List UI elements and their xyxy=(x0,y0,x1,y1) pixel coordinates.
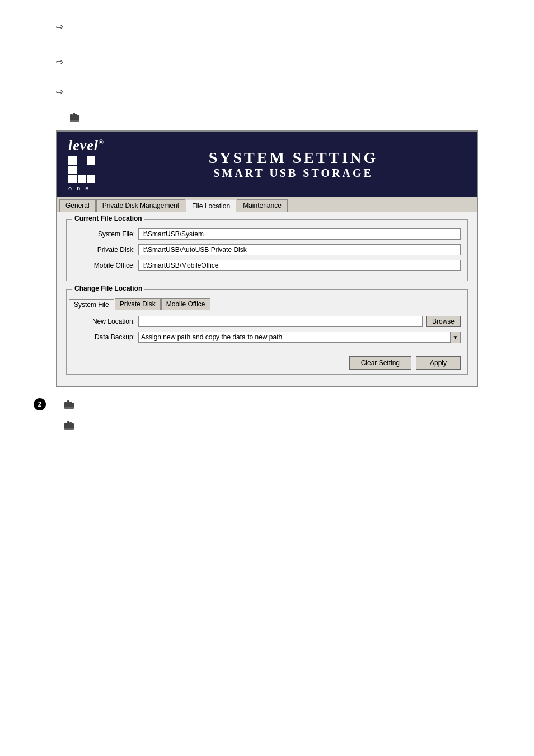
logo-cell-9 xyxy=(87,175,95,183)
svg-rect-11 xyxy=(67,421,69,429)
arrow-bullet-2: ⇨ xyxy=(11,52,523,71)
logo-area: level® o n e xyxy=(68,137,104,192)
page-wrapper: ⇨ ⇨ ⇨ level® xyxy=(0,11,534,443)
apply-button[interactable]: Apply xyxy=(416,356,461,370)
logo-cell-4 xyxy=(68,166,77,174)
dialog-title-main: System Setting xyxy=(121,149,466,167)
private-disk-value: I:\SmartUSB\AutoUSB Private Disk xyxy=(138,244,461,255)
arrow-bullet-3: ⇨ xyxy=(11,82,523,100)
tab-file-location[interactable]: File Location xyxy=(186,200,236,212)
current-file-location-section: Current File Location System File: I:\Sm… xyxy=(66,219,468,281)
mobile-office-row: Mobile Office: I:\SmartUSB\MobileOffice xyxy=(73,260,461,271)
svg-rect-1 xyxy=(73,113,75,121)
title-area: System Setting Smart USB Storage xyxy=(121,149,466,180)
arrow-icon-1: ⇨ xyxy=(56,21,63,32)
new-location-row: New Location: Browse xyxy=(73,316,461,327)
change-tabs-row: System File Private Disk Mobile Office xyxy=(67,296,467,310)
change-file-location-title: Change File Location xyxy=(72,284,144,292)
change-tab-private-disk[interactable]: Private Disk xyxy=(115,298,161,310)
click-icon-bottom-1 xyxy=(63,398,76,414)
new-location-label: New Location: xyxy=(73,318,135,325)
data-backup-label: Data Backup: xyxy=(73,333,135,341)
change-tab-mobile-office[interactable]: Mobile Office xyxy=(161,298,210,310)
arrow-icon-3: ⇨ xyxy=(56,86,63,97)
private-disk-label: Private Disk: xyxy=(73,246,135,254)
system-setting-dialog: level® o n e System Setting Smart USB St… xyxy=(56,130,478,387)
tab-maintenance[interactable]: Maintenance xyxy=(237,199,288,212)
logo-cell-1 xyxy=(68,156,77,165)
click-icon-row-top xyxy=(67,109,523,125)
dialog-title-sub: Smart USB Storage xyxy=(121,167,466,180)
logo-cell-3 xyxy=(87,156,95,165)
new-location-input[interactable] xyxy=(138,316,423,327)
data-backup-select[interactable]: Assign new path and copy the data to new… xyxy=(138,332,461,343)
system-file-label: System File: xyxy=(73,230,135,238)
logo-cell-5 xyxy=(78,166,86,174)
stacked-click-icons xyxy=(57,398,76,435)
logo-cell-7 xyxy=(68,175,77,183)
current-file-location-title: Current File Location xyxy=(72,214,144,222)
svg-rect-4 xyxy=(70,120,79,122)
logo-grid xyxy=(68,156,95,183)
num-bullet-2: 2 xyxy=(34,398,523,435)
change-content: New Location: Browse Data Backup: Assign… xyxy=(67,310,467,353)
arrow-icon-2: ⇨ xyxy=(56,57,63,67)
dialog-buttons-row: Clear Setting Apply xyxy=(67,353,467,374)
dialog-header: level® o n e System Setting Smart USB St… xyxy=(57,132,477,197)
clear-setting-button[interactable]: Clear Setting xyxy=(349,356,411,370)
tab-general[interactable]: General xyxy=(59,199,96,212)
svg-rect-6 xyxy=(67,400,69,408)
system-file-value: I:\SmartUSB\System xyxy=(138,228,461,240)
browse-button[interactable]: Browse xyxy=(426,316,461,327)
logo-cell-6 xyxy=(87,166,95,174)
mobile-office-label: Mobile Office: xyxy=(73,262,135,269)
data-backup-row: Data Backup: Assign new path and copy th… xyxy=(73,332,461,343)
logo-cell-8 xyxy=(78,175,86,183)
data-backup-select-wrapper: Assign new path and copy the data to new… xyxy=(138,332,461,343)
click-icon-bottom-2 xyxy=(63,419,76,435)
dialog-content: Current File Location System File: I:\Sm… xyxy=(57,212,477,386)
logo-cell-2 xyxy=(78,156,86,165)
private-disk-row: Private Disk: I:\SmartUSB\AutoUSB Privat… xyxy=(73,244,461,255)
logo-text-level: level® xyxy=(68,137,104,154)
svg-rect-9 xyxy=(64,407,74,409)
logo-one: o n e xyxy=(68,185,104,192)
change-tab-system-file[interactable]: System File xyxy=(69,299,114,310)
change-file-location-section: Change File Location System File Private… xyxy=(66,289,468,375)
mobile-office-value: I:\SmartUSB\MobileOffice xyxy=(138,260,461,271)
num-circle-2: 2 xyxy=(34,398,46,410)
svg-rect-14 xyxy=(64,428,74,430)
main-tabs-row: General Private Disk Management File Loc… xyxy=(57,197,477,212)
tab-private-disk[interactable]: Private Disk Management xyxy=(96,199,185,212)
system-file-row: System File: I:\SmartUSB\System xyxy=(73,228,461,240)
click-icon-top xyxy=(67,109,83,125)
arrow-bullet-1: ⇨ xyxy=(11,17,523,35)
